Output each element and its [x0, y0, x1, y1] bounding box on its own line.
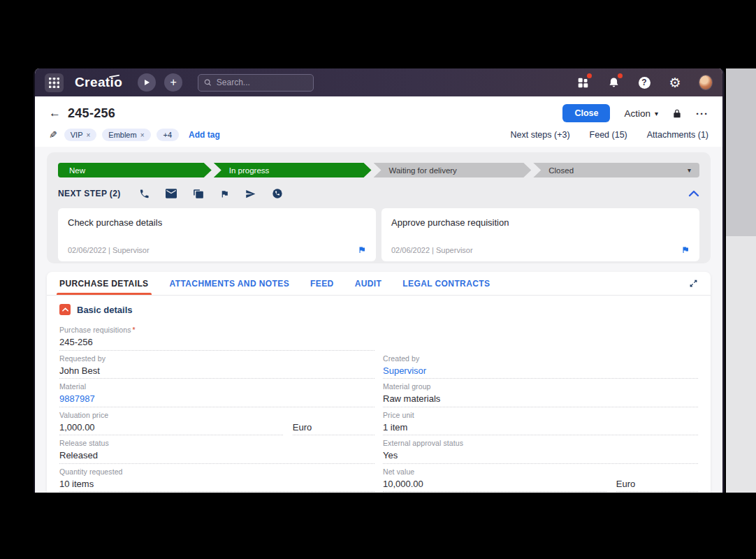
field-value[interactable]: Euro — [293, 422, 375, 433]
field-value[interactable]: Euro — [616, 479, 698, 489]
flag-icon[interactable] — [220, 189, 229, 199]
chat-messages-icon[interactable] — [193, 189, 204, 199]
field-quantity-requested[interactable]: Quantity requested 10 items — [59, 464, 375, 493]
global-search[interactable] — [198, 74, 314, 92]
flag-icon[interactable] — [681, 245, 690, 254]
flag-icon[interactable] — [358, 245, 366, 254]
tab-attachments-and-notes[interactable]: ATTACHMENTS AND NOTES — [170, 272, 290, 295]
field-value[interactable]: 1 item — [383, 422, 698, 433]
back-button[interactable]: ← — [49, 106, 61, 120]
field-label: Quantity requested — [59, 467, 375, 476]
basic-details-form: Purchase requisitions* 245-256 Requested… — [47, 322, 711, 492]
remove-tag-icon[interactable]: × — [140, 131, 145, 139]
basic-details-section-header: Basic details — [59, 304, 698, 315]
phone-icon[interactable] — [139, 189, 150, 199]
field-value[interactable]: Raw materials — [383, 393, 698, 404]
field-release-status[interactable]: Release status Released — [59, 435, 375, 464]
field-material-group[interactable]: Material group Raw materials — [383, 379, 698, 407]
more-options-button[interactable]: ··· — [696, 108, 708, 119]
add-tag-link[interactable]: Add tag — [189, 130, 220, 140]
run-process-button[interactable] — [138, 73, 156, 92]
field-value[interactable]: Released — [59, 450, 375, 460]
field-valuation-price[interactable]: Valuation price 1,000.00 — [59, 407, 283, 436]
expand-button[interactable] — [689, 279, 698, 288]
field-purchase-requisitions[interactable]: Purchase requisitions* 245-256 — [59, 322, 375, 351]
top-navbar: Creatio + — [35, 68, 722, 96]
field-value-link[interactable]: Supervisor — [383, 365, 698, 376]
logo-text: Creatio — [75, 75, 122, 89]
field-value[interactable]: John Best — [59, 365, 375, 376]
field-created-by[interactable]: Created by Supervisor — [383, 351, 698, 379]
avatar — [699, 75, 713, 90]
search-input[interactable] — [217, 78, 307, 87]
field-valuation-currency[interactable]: Euro — [293, 407, 375, 436]
more-tags-chip[interactable]: +4 — [157, 129, 180, 141]
help-icon: ? — [639, 77, 650, 89]
stage-closed[interactable]: Closed ▾ — [533, 163, 699, 177]
field-label: Material — [59, 382, 375, 391]
field-label — [616, 467, 698, 476]
task-card[interactable]: Approve purchase requisition 02/06/2022 … — [381, 208, 699, 261]
help-button[interactable]: ? — [637, 75, 651, 89]
notifications-button[interactable] — [606, 75, 620, 89]
stage-dropdown-icon[interactable]: ▾ — [688, 166, 691, 174]
form-column-right: Created by Supervisor Material group Raw… — [383, 322, 698, 492]
app-menu-button[interactable] — [45, 73, 64, 92]
stage-new[interactable]: New — [58, 163, 212, 177]
action-dropdown[interactable]: Action ▾ — [624, 108, 658, 119]
marketplace-button[interactable] — [576, 75, 590, 89]
screen: Creatio + — [0, 0, 756, 559]
stage-in-progress[interactable]: In progress — [214, 163, 372, 177]
field-label — [293, 411, 375, 419]
marketplace-badge — [587, 73, 592, 78]
profile-button[interactable] — [699, 75, 713, 89]
stage-waiting-for-delivery[interactable]: Waiting for delivery — [374, 163, 532, 177]
whatsapp-icon[interactable] — [272, 188, 283, 199]
collapse-section-button[interactable] — [59, 304, 71, 315]
task-meta: 02/06/2022 | Supervisor — [391, 246, 473, 254]
tab-purchase-details[interactable]: PURCHASE DETAILS — [59, 272, 149, 295]
field-net-value-currency[interactable]: Euro — [616, 464, 698, 493]
field-material[interactable]: Material 9887987 — [59, 379, 375, 407]
tab-audit[interactable]: AUDIT — [355, 272, 382, 295]
lock-icon[interactable] — [672, 108, 682, 119]
edit-tags-icon[interactable]: ✎ — [49, 129, 57, 140]
collapse-next-steps-button[interactable] — [688, 187, 699, 200]
field-value[interactable]: 10 items — [59, 479, 375, 489]
next-steps-link[interactable]: Next steps (+3) — [510, 130, 569, 140]
tag-label: VIP — [71, 131, 83, 139]
field-external-approval-status[interactable]: External approval status Yes — [383, 435, 698, 464]
email-icon[interactable] — [166, 189, 177, 198]
attachments-link[interactable]: Attachments (1) — [647, 130, 708, 140]
field-value[interactable]: 10,000.00 — [383, 479, 606, 489]
field-price-unit[interactable]: Price unit 1 item — [383, 407, 698, 436]
field-value-link[interactable]: 9887987 — [59, 393, 375, 404]
field-value[interactable]: 245-256 — [59, 337, 375, 347]
tab-feed[interactable]: FEED — [310, 272, 334, 295]
marketplace-icon — [577, 77, 589, 89]
settings-button[interactable]: ⚙ — [668, 75, 682, 89]
field-value[interactable]: 1,000.00 — [59, 422, 283, 433]
creatio-logo: Creatio — [75, 75, 122, 90]
field-label: Material group — [383, 382, 698, 391]
section-title: Basic details — [77, 305, 133, 315]
add-record-button[interactable]: + — [164, 73, 182, 92]
field-label: Requested by — [59, 354, 375, 363]
details-card: PURCHASE DETAILS ATTACHMENTS AND NOTES F… — [47, 272, 711, 493]
action-label: Action — [624, 108, 650, 119]
tag-chip-vip[interactable]: VIP × — [64, 129, 97, 141]
tag-chip-emblem[interactable]: Emblem × — [102, 129, 150, 141]
task-card[interactable]: Check purchase details 02/06/2022 | Supe… — [58, 208, 376, 261]
field-label: Created by — [383, 354, 698, 363]
field-requested-by[interactable]: Requested by John Best — [59, 351, 375, 379]
search-icon — [204, 78, 212, 87]
remove-tag-icon[interactable]: × — [86, 131, 90, 139]
feed-link[interactable]: Feed (15) — [590, 130, 627, 140]
field-label: Purchase requisitions — [59, 326, 131, 334]
field-label: Net value — [383, 467, 606, 476]
tab-legal-contracts[interactable]: LEGAL CONTRACTS — [402, 272, 490, 295]
send-icon[interactable] — [245, 189, 256, 199]
field-net-value[interactable]: Net value 10,000.00 — [383, 464, 606, 493]
close-button[interactable]: Close — [562, 104, 610, 122]
field-value[interactable]: Yes — [383, 450, 698, 460]
